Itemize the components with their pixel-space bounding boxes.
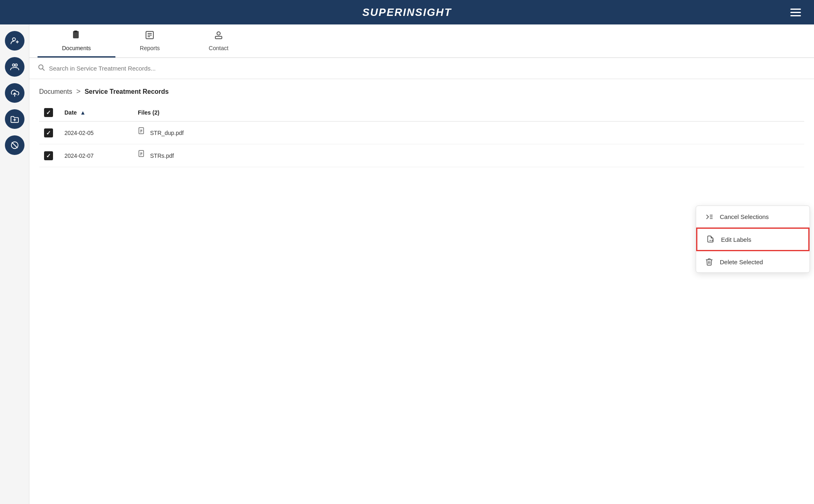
header-checkbox-cell (39, 104, 60, 122)
contact-tab-icon (214, 30, 223, 42)
header-date[interactable]: Date ▲ (60, 104, 133, 122)
documents-tab-icon (71, 30, 81, 42)
edit-labels-icon (706, 235, 715, 243)
table-row: 2024-02-05 (39, 122, 804, 144)
top-header: SUPERINSIGHT (0, 0, 814, 24)
tab-navigation: Documents Reports (29, 24, 814, 58)
search-input[interactable] (49, 65, 806, 72)
hamburger-menu-button[interactable] (787, 5, 804, 20)
tab-contact[interactable]: Contact (184, 24, 253, 57)
edit-labels-menu-item[interactable]: Edit Labels (696, 228, 810, 251)
row1-file-cell: STR_dup.pdf (133, 122, 804, 144)
context-menu: Cancel Selections Edit Labels (696, 206, 810, 273)
row2-check-cell (39, 144, 60, 167)
upload-icon (10, 88, 19, 97)
hamburger-line-2 (790, 12, 801, 13)
row2-filename: STRs.pdf (150, 153, 174, 159)
add-person-button[interactable] (5, 31, 24, 51)
select-all-checkbox[interactable] (44, 108, 53, 117)
delete-selected-label: Delete Selected (720, 259, 763, 265)
sort-asc-icon: ▲ (80, 109, 86, 116)
header-files: Files (2) (133, 104, 804, 122)
no-icon-button[interactable] (5, 135, 24, 155)
svg-line-9 (12, 142, 17, 148)
svg-rect-11 (74, 31, 77, 32)
people-icon (10, 62, 19, 71)
svg-point-4 (15, 64, 17, 66)
row1-filename: STR_dup.pdf (150, 130, 184, 136)
breadcrumb-separator: > (76, 87, 81, 96)
edit-labels-label: Edit Labels (721, 236, 751, 243)
add-folder-icon (10, 115, 19, 124)
contact-tab-label: Contact (209, 45, 228, 51)
add-person-icon (10, 36, 19, 45)
table-row: 2024-02-07 (39, 144, 804, 167)
block-icon (10, 141, 19, 150)
svg-rect-24 (139, 150, 144, 157)
svg-rect-20 (139, 128, 144, 134)
delete-selected-menu-item[interactable]: Delete Selected (696, 251, 810, 272)
hamburger-line-1 (790, 9, 801, 10)
svg-point-3 (12, 64, 15, 66)
file-doc-icon-2 (138, 150, 146, 161)
sidebar (0, 24, 29, 504)
cancel-check-icon (704, 212, 714, 221)
breadcrumb-current: Service Treatment Records (84, 88, 168, 95)
main-layout: Documents Reports (0, 24, 814, 504)
svg-point-16 (217, 32, 220, 35)
row1-check-cell (39, 122, 60, 144)
row2-file-cell: STRs.pdf (133, 144, 804, 167)
row2-date-cell: 2024-02-07 (60, 144, 133, 167)
trash-icon (704, 258, 714, 266)
row1-checkbox[interactable] (44, 128, 53, 137)
row2-checkbox[interactable] (44, 151, 53, 160)
people-button[interactable] (5, 57, 24, 77)
tab-documents[interactable]: Documents (38, 24, 115, 57)
file-doc-icon (138, 127, 146, 138)
hamburger-line-3 (790, 15, 801, 16)
documents-table: Date ▲ Files (2) 2024-02-05 (39, 104, 804, 167)
reports-tab-label: Reports (140, 45, 160, 51)
svg-rect-17 (215, 36, 222, 39)
app-title: SUPERINSIGHT (362, 6, 451, 19)
search-icon (38, 64, 45, 73)
svg-point-0 (12, 38, 15, 41)
documents-area: Documents > Service Treatment Records Da… (29, 79, 814, 504)
add-folder-button[interactable] (5, 109, 24, 129)
cancel-selections-label: Cancel Selections (720, 213, 769, 220)
search-bar (29, 58, 814, 79)
row1-date-cell: 2024-02-05 (60, 122, 133, 144)
tab-reports[interactable]: Reports (115, 24, 184, 57)
upload-button[interactable] (5, 83, 24, 103)
breadcrumb: Documents > Service Treatment Records (39, 87, 804, 96)
documents-tab-label: Documents (62, 45, 91, 51)
table-header-row: Date ▲ Files (2) (39, 104, 804, 122)
content-area: Documents Reports (29, 24, 814, 504)
cancel-selections-menu-item[interactable]: Cancel Selections (696, 206, 810, 228)
svg-line-19 (42, 69, 44, 70)
reports-tab-icon (145, 30, 155, 42)
breadcrumb-home: Documents (39, 88, 72, 95)
